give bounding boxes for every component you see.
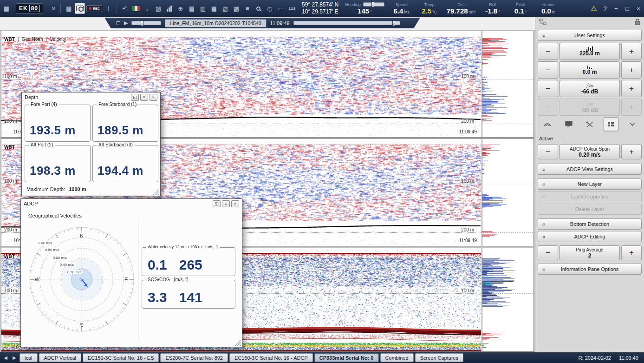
increase-start-range-button[interactable]: +	[621, 61, 642, 79]
maximize-button[interactable]: □	[623, 3, 632, 13]
depth-dialog-titlebar[interactable]: Depth ◱ ≡ ×	[22, 92, 160, 102]
tab-combined[interactable]: Combined	[380, 353, 414, 362]
decrease-range-button[interactable]: −	[538, 43, 558, 60]
undo-arrow-icon[interactable]: ↶	[120, 3, 130, 14]
numeric-display-icon[interactable]: 123	[287, 3, 297, 14]
button-label: Bottom Detection	[570, 221, 609, 227]
printer-icon[interactable]: ▤	[64, 3, 74, 14]
max-depth-row: Maximum Depth: 1000 m	[26, 186, 86, 192]
stop-icon[interactable]	[117, 21, 120, 25]
lock-icon[interactable]	[635, 19, 640, 27]
minimize-button[interactable]: −	[611, 3, 621, 13]
dialog-menu-icon[interactable]: ≡	[140, 94, 148, 101]
colormap-flag-icon[interactable]	[131, 3, 141, 14]
panel-source-label[interactable]: WBT	[4, 145, 18, 150]
panel-source-label[interactable]: WBT	[4, 37, 18, 42]
display-icon[interactable]: ▭	[276, 3, 286, 14]
tab-layout-settings[interactable]	[604, 117, 619, 131]
warning-icon[interactable]: ⚠	[589, 3, 598, 13]
replay-speed-slider[interactable]	[131, 21, 161, 25]
colour-scale-value: -66 dB	[581, 89, 598, 95]
tab-ec150-es[interactable]: EC150-3C Serial No: 16 - ES	[83, 353, 159, 362]
decrease-colour-span-button[interactable]: −	[538, 144, 558, 159]
expand-toolbar-icon[interactable]: «	[47, 3, 58, 13]
time-zone-icon[interactable]: ◷	[265, 3, 275, 14]
close-button[interactable]: ×	[634, 3, 643, 13]
import-icon[interactable]: ↓	[142, 3, 152, 14]
close-dialog-icon[interactable]: ×	[150, 94, 157, 101]
help-button[interactable]: ?	[600, 3, 610, 13]
slider-thumb[interactable]	[371, 2, 374, 7]
user-settings-button[interactable]: « User Settings	[538, 30, 642, 41]
delete-layer-button[interactable]: Delete Layer	[538, 204, 642, 215]
panel-menu-velocity[interactable]: Velocity	[46, 37, 69, 42]
increase-colour-scale-40-button[interactable]: +	[621, 99, 642, 116]
echogram-view-icon-2[interactable]: ▥	[198, 3, 208, 14]
bottom-detection-button[interactable]: « Bottom Detection	[538, 218, 642, 230]
play-button[interactable]: ▶	[124, 20, 128, 26]
numbered-list-icon[interactable]: ≡	[242, 3, 253, 14]
decrease-ping-average-button[interactable]: −	[538, 245, 558, 260]
panel-source-label[interactable]: WBT	[4, 254, 18, 259]
increase-ping-average-button[interactable]: +	[621, 245, 642, 260]
image-icon[interactable]: ▨	[153, 3, 163, 14]
colour-span-panel[interactable]: ADCP Colour Span 0.20 m/s	[559, 144, 620, 159]
globe-icon[interactable]: ⊕	[176, 3, 186, 14]
tab-screen-captures[interactable]: Screen Captures	[415, 353, 464, 362]
tab-tools-settings[interactable]	[582, 117, 598, 131]
adcp-view-settings-button[interactable]: « ADCP View Settings	[538, 164, 642, 175]
tabs-scroll-right-button[interactable]: ▶	[11, 354, 18, 362]
layer-properties-button[interactable]: « Layer Properties	[538, 191, 642, 202]
echogram-view-icon-1[interactable]: ▤	[187, 3, 197, 14]
panel-menu-bar[interactable]: WBT Geo North Velocity	[4, 37, 69, 42]
replay-position-slider[interactable]	[293, 21, 400, 25]
float-dialog-icon[interactable]: ◱	[131, 94, 139, 101]
close-dialog-icon[interactable]: ×	[231, 200, 239, 207]
tabs-scroll-left-button[interactable]: ◀	[2, 354, 9, 362]
adcp-editing-button[interactable]: « ADCP Editing	[538, 231, 642, 242]
echogram-view-icon-5[interactable]: ▩	[231, 3, 241, 14]
resize-grip[interactable]	[153, 189, 159, 195]
float-dialog-icon[interactable]: ◱	[213, 200, 221, 207]
new-layer-button[interactable]: « New Layer	[538, 178, 642, 190]
zoom-icon[interactable]	[254, 3, 264, 14]
heading-slider[interactable]	[363, 2, 384, 7]
button-label: New Layer	[578, 181, 602, 187]
tab-vertical[interactable]: ical	[20, 353, 38, 362]
alert-icon[interactable]: !	[104, 3, 114, 14]
slider-thumb[interactable]	[392, 20, 395, 26]
layout-tree-icon[interactable]	[539, 19, 546, 27]
decrease-start-range-button[interactable]: −	[538, 61, 558, 79]
adcp-dialog-titlebar[interactable]: ADCP ◱ ≡ ×	[21, 199, 242, 208]
tab-es200[interactable]: ES200-7C Serial No: 892	[160, 353, 228, 362]
dialog-buttons: ◱ ≡ ×	[131, 94, 157, 101]
panel-menu-geo-north[interactable]: Geo North	[18, 37, 46, 42]
tab-more-dropdown[interactable]	[624, 117, 640, 131]
ping-average-panel[interactable]: Ping Average 2	[559, 245, 620, 260]
tab-display-settings[interactable]	[561, 117, 577, 131]
resize-grip[interactable]	[235, 340, 241, 346]
colour-scale-value-panel[interactable]: ╱20 -66 dB	[559, 80, 620, 97]
bar-chart-icon[interactable]	[164, 3, 175, 14]
app-menu-icon[interactable]: ▦	[1, 3, 12, 14]
tab-sounder-settings[interactable]	[540, 117, 555, 131]
tab-cp333mid[interactable]: CP333mid Serial No: 0	[314, 353, 379, 362]
echogram-view-icon-4[interactable]: ▧	[220, 3, 230, 14]
increase-colour-scale-button[interactable]: +	[621, 80, 642, 97]
tab-adcp-vertical[interactable]: ADCP Vertical	[39, 353, 82, 362]
increase-colour-span-button[interactable]: +	[621, 144, 642, 159]
replay-filename[interactable]: Line_FM_16m_10m-D20240202-T104540	[165, 19, 266, 27]
increase-range-button[interactable]: +	[621, 43, 642, 60]
tab-ec150-adcp[interactable]: EC150-3C Serial No: 16 - ADCP	[229, 353, 313, 362]
information-pane-options-button[interactable]: « Information Pane Options	[538, 264, 642, 275]
range-value-panel[interactable]: 225.0 m	[559, 43, 620, 60]
record-button[interactable]: REC	[86, 5, 102, 12]
dialog-menu-icon[interactable]: ≡	[222, 200, 230, 207]
echogram-view-icon-3[interactable]: ▦	[209, 3, 219, 14]
slider-thumb[interactable]	[141, 20, 143, 26]
decrease-colour-scale-button[interactable]: −	[538, 80, 558, 97]
screenshot-camera-icon[interactable]	[75, 3, 85, 14]
start-range-value-panel[interactable]: 0.0 m	[559, 61, 620, 79]
button-label: Delete Layer	[575, 206, 604, 212]
decrease-colour-scale-40-button[interactable]: −	[538, 99, 558, 116]
